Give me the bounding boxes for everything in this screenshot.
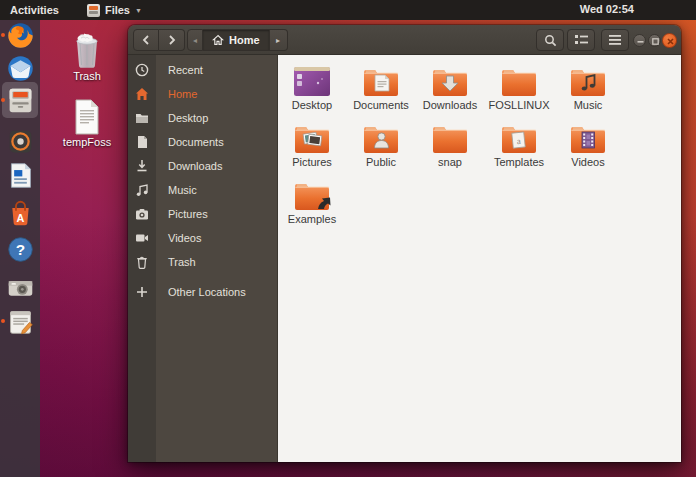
- top-bar: Activities Files ▼ Wed 02:54: [0, 0, 696, 20]
- file-item-pictures[interactable]: Pictures: [278, 118, 346, 168]
- music-icon: [128, 178, 156, 202]
- files-icon[interactable]: [5, 85, 35, 115]
- desktop-icon-tempfoss[interactable]: tempFoss: [55, 98, 119, 148]
- desktop-icon-trash[interactable]: Trash: [55, 30, 119, 82]
- list-view-icon: [575, 34, 588, 46]
- minimize-button[interactable]: [633, 34, 646, 47]
- sidebar-item-home[interactable]: Home: [156, 82, 277, 106]
- sidebar-item-trash[interactable]: Trash: [156, 250, 277, 274]
- pictures-folder-icon: [278, 118, 346, 154]
- window-menu-button[interactable]: [601, 29, 629, 51]
- app-menu[interactable]: Files ▼: [87, 4, 142, 17]
- file-label: Desktop: [278, 99, 346, 111]
- libreoffice-writer-icon[interactable]: [5, 160, 35, 190]
- desktop-icon-label: Trash: [55, 70, 119, 82]
- file-item-downloads[interactable]: Downloads: [416, 61, 484, 111]
- svg-text:A: A: [16, 211, 24, 223]
- file-grid: Desktop Documents Downloads: [278, 55, 681, 462]
- search-icon: [544, 34, 557, 47]
- close-button[interactable]: [662, 33, 677, 48]
- hamburger-menu-icon: [609, 35, 621, 45]
- file-item-videos[interactable]: Videos: [554, 118, 622, 168]
- pictures-icon: [128, 202, 156, 226]
- home-icon: [212, 34, 224, 46]
- documents-icon: [128, 130, 156, 154]
- sidebar-item-other-locations[interactable]: Other Locations: [156, 280, 277, 304]
- search-button[interactable]: [536, 29, 564, 51]
- file-label: Templates: [485, 156, 553, 168]
- thunderbird-icon[interactable]: [5, 53, 35, 83]
- clock[interactable]: Wed 02:54: [580, 3, 634, 15]
- path-scroll-left[interactable]: ◂: [187, 29, 203, 51]
- plain-folder-icon: [416, 118, 484, 154]
- plain-folder-icon: [485, 61, 553, 97]
- text-editor-icon[interactable]: [5, 306, 35, 336]
- sidebar-item-documents[interactable]: Documents: [156, 130, 277, 154]
- videos-icon: [128, 226, 156, 250]
- documents-folder-icon: [347, 61, 415, 97]
- file-label: Documents: [347, 99, 415, 111]
- file-item-desktop[interactable]: Desktop: [278, 61, 346, 111]
- trash-icon: [128, 250, 156, 274]
- file-label: Public: [347, 156, 415, 168]
- desktop-folder-icon: [128, 106, 156, 130]
- public-folder-icon: [347, 118, 415, 154]
- file-item-music[interactable]: Music: [554, 61, 622, 111]
- other-locations-icon: [128, 280, 156, 304]
- desktop-icon-label: tempFoss: [55, 136, 119, 148]
- sidebar-item-downloads[interactable]: Downloads: [156, 154, 277, 178]
- files-window: ◂ Home ▸: [128, 25, 681, 462]
- sidebar: Recent Home Desktop Documents Downloads …: [156, 55, 278, 462]
- sidebar-item-desktop[interactable]: Desktop: [156, 106, 277, 130]
- path-home-button[interactable]: Home: [203, 29, 270, 51]
- file-item-foslinux[interactable]: FOSLLINUX: [485, 61, 553, 111]
- firefox-icon[interactable]: [5, 20, 35, 50]
- view-toggle-button[interactable]: [567, 29, 595, 51]
- sidebar-item-music[interactable]: Music: [156, 178, 277, 202]
- file-item-snap[interactable]: snap: [416, 118, 484, 168]
- sidebar-item-videos[interactable]: Videos: [156, 226, 277, 250]
- home-icon: [128, 82, 156, 106]
- window-header-bar[interactable]: ◂ Home ▸: [128, 25, 681, 55]
- activities-button[interactable]: Activities: [10, 4, 59, 16]
- svg-text:?: ?: [15, 240, 24, 257]
- ubuntu-software-icon[interactable]: A: [5, 198, 35, 228]
- help-icon[interactable]: ?: [5, 234, 35, 264]
- videos-folder-icon: [554, 118, 622, 154]
- file-label: Examples: [278, 213, 346, 225]
- files-app-icon: [87, 4, 100, 17]
- file-item-templates[interactable]: a Templates: [485, 118, 553, 168]
- downloads-folder-icon: [416, 61, 484, 97]
- dock: A ?: [0, 20, 40, 477]
- file-label: Music: [554, 99, 622, 111]
- desktop-screen: Activities Files ▼ Wed 02:54 A: [0, 0, 696, 477]
- back-button[interactable]: [133, 29, 159, 51]
- file-item-examples[interactable]: Examples: [278, 175, 346, 225]
- recent-icon: [128, 58, 156, 82]
- forward-button[interactable]: [159, 29, 185, 51]
- downloads-icon: [128, 154, 156, 178]
- file-item-public[interactable]: Public: [347, 118, 415, 168]
- file-label: Downloads: [416, 99, 484, 111]
- maximize-button[interactable]: [648, 34, 661, 47]
- file-label: Videos: [554, 156, 622, 168]
- file-label: Pictures: [278, 156, 346, 168]
- rhythmbox-icon[interactable]: [5, 126, 35, 156]
- app-menu-label: Files: [105, 4, 130, 16]
- file-label: snap: [416, 156, 484, 168]
- chevron-down-icon: ▼: [135, 7, 142, 14]
- sidebar-item-recent[interactable]: Recent: [156, 58, 277, 82]
- file-label: FOSLLINUX: [485, 99, 553, 111]
- camera-icon[interactable]: [5, 272, 35, 302]
- path-scroll-right[interactable]: ▸: [270, 29, 288, 51]
- sidebar-item-pictures[interactable]: Pictures: [156, 202, 277, 226]
- sidebar-icon-column: [128, 55, 156, 462]
- path-bar: ◂ Home ▸: [187, 29, 288, 51]
- music-folder-icon: [554, 61, 622, 97]
- desktop-thumbnail-icon: [278, 61, 346, 97]
- templates-folder-icon: a: [485, 118, 553, 154]
- examples-folder-icon: [278, 175, 346, 211]
- file-item-documents[interactable]: Documents: [347, 61, 415, 111]
